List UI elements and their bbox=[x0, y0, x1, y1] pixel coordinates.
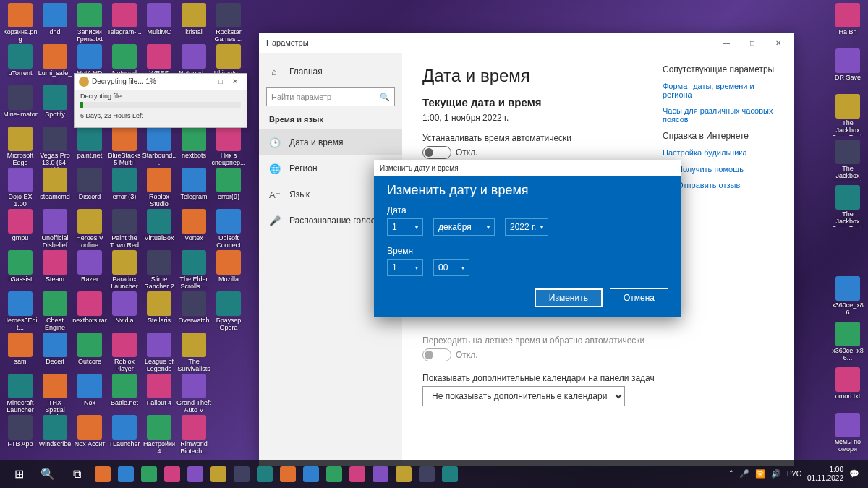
maximize-button[interactable]: □ bbox=[739, 33, 765, 53]
desktop-icon[interactable]: x360ce_x86 bbox=[830, 276, 865, 317]
taskbar-app[interactable] bbox=[91, 460, 114, 488]
desktop-icon[interactable]: Unofficial Disbelief P... bbox=[38, 209, 72, 251]
tray-notifications-icon[interactable]: 💬 bbox=[849, 469, 859, 479]
desktop-icon[interactable]: The Jackbox Party Pack 6 bbox=[830, 140, 865, 181]
desktop-icon[interactable]: Heroes V online bbox=[72, 209, 107, 249]
desktop-icon[interactable]: Deceit bbox=[38, 333, 72, 366]
taskbar-app[interactable] bbox=[346, 460, 369, 488]
desktop-icon[interactable]: kristal bbox=[176, 3, 211, 36]
desktop-icon[interactable]: Spotify bbox=[38, 85, 72, 119]
desktop-icon[interactable]: DR Save bbox=[830, 48, 865, 82]
desktop-icon[interactable]: The Survivalists bbox=[176, 333, 211, 373]
dialog-titlebar[interactable]: Изменить дату и время bbox=[374, 160, 681, 176]
desktop-icon[interactable]: nextbots.rar bbox=[72, 291, 107, 325]
sidebar-datetime[interactable]: 🕒 Дата и время bbox=[259, 129, 402, 155]
desktop-icon[interactable]: Telegram-... bbox=[107, 3, 142, 36]
tray-volume-icon[interactable]: 🔊 bbox=[771, 469, 781, 479]
desktop-icon[interactable]: Windscribe bbox=[38, 415, 72, 448]
taskbar-app[interactable] bbox=[369, 460, 392, 488]
sidebar-search[interactable]: Найти параметр 🔍 bbox=[266, 87, 395, 106]
taskbar-app[interactable] bbox=[253, 460, 276, 488]
close-button[interactable]: ✕ bbox=[765, 33, 791, 53]
taskbar-app[interactable] bbox=[230, 460, 253, 488]
tray-clock[interactable]: 1:00 01.11.2022 bbox=[807, 466, 843, 483]
desktop-icon[interactable]: Outcore bbox=[72, 333, 107, 366]
desktop-icon[interactable]: error (3) bbox=[107, 168, 142, 201]
desktop-icon[interactable]: Razer bbox=[72, 250, 107, 283]
desktop-icon[interactable]: Dojo EX 1.00 bbox=[3, 168, 38, 208]
desktop-icon[interactable]: Battle.net bbox=[107, 374, 142, 407]
desktop-icon[interactable]: Ник в спецопер... bbox=[211, 127, 246, 167]
desktop-icon[interactable]: TLauncher bbox=[107, 415, 142, 448]
desktop-icon[interactable]: THX Spatial Audio bbox=[38, 374, 72, 416]
taskbar-app[interactable] bbox=[392, 460, 415, 488]
desktop-icon[interactable]: Lumi_safe_... bbox=[38, 44, 72, 85]
desktop-icon[interactable]: Slime Rancher 2 bbox=[142, 250, 176, 291]
select-hour[interactable]: 1▾ bbox=[387, 259, 423, 276]
desktop-icon[interactable]: Ultimate... bbox=[211, 44, 246, 77]
taskbar-app[interactable] bbox=[323, 460, 346, 488]
desktop-icon[interactable]: steamcmd bbox=[38, 168, 72, 201]
taskbar-app[interactable] bbox=[114, 460, 137, 488]
task-view-button[interactable]: ⧉ bbox=[62, 460, 91, 488]
button-change[interactable]: Изменить bbox=[535, 288, 603, 307]
close-button[interactable]: ✕ bbox=[228, 74, 242, 90]
desktop-icon[interactable]: WRES bbox=[142, 44, 176, 77]
desktop-icon[interactable]: Mine-imator bbox=[3, 85, 38, 119]
desktop-icon[interactable]: League of Legends bbox=[142, 333, 176, 373]
desktop-icon[interactable]: nextbots bbox=[176, 127, 211, 160]
button-cancel[interactable]: Отмена bbox=[610, 288, 668, 307]
desktop-icon[interactable]: Vegas Pro 13.0 (64-bit) bbox=[38, 127, 72, 168]
desktop-icon[interactable]: sam bbox=[3, 333, 38, 366]
desktop-icon[interactable]: BlueStacks 5 Multi-Inst... bbox=[107, 127, 142, 168]
desktop-icon[interactable]: Roblox Player bbox=[107, 333, 142, 373]
desktop-icon[interactable]: The Jackbox Party Pack 7 bbox=[830, 185, 865, 227]
desktop-icon[interactable]: FTB App bbox=[3, 415, 38, 448]
desktop-icon[interactable]: Rimworld Biotech... bbox=[176, 415, 211, 455]
link-clocks[interactable]: Часы для различных часовых поясов bbox=[663, 106, 778, 124]
desktop-icon[interactable]: omori.txt bbox=[830, 367, 865, 401]
desktop-icon[interactable]: MultiMC bbox=[142, 3, 176, 36]
toggle-auto-time[interactable] bbox=[422, 146, 451, 159]
tray-language[interactable]: РУС bbox=[787, 470, 801, 478]
system-tray[interactable]: ˄ 🎤 🛜 🔊 РУС 1:00 01.11.2022 💬 bbox=[729, 466, 864, 483]
select-minute[interactable]: 00▾ bbox=[433, 259, 469, 276]
select-year[interactable]: 2022 г.▾ bbox=[505, 218, 548, 236]
desktop-icon[interactable]: Vortex bbox=[176, 209, 211, 242]
desktop-icon[interactable]: Браузер Opera bbox=[211, 291, 246, 332]
desktop-icon[interactable]: Paint the Town Red bbox=[107, 209, 142, 249]
desktop-icon[interactable]: Roblox Studio bbox=[142, 168, 176, 208]
desktop-icon[interactable]: Steam bbox=[38, 250, 72, 283]
desktop-icon[interactable]: Nvidia bbox=[107, 291, 142, 325]
minimize-button[interactable]: — bbox=[199, 74, 213, 90]
desktop-icon[interactable]: Настройки 4 bbox=[142, 415, 176, 455]
search-button[interactable]: 🔍 bbox=[33, 460, 62, 488]
desktop-icon[interactable]: Nox bbox=[72, 374, 107, 407]
taskbar-app[interactable] bbox=[438, 460, 461, 488]
taskbar-app[interactable] bbox=[137, 460, 161, 488]
desktop-icon[interactable]: Discord bbox=[72, 168, 107, 201]
desktop-icon[interactable]: VirtualBox bbox=[142, 209, 176, 242]
desktop-icon[interactable]: Telegram bbox=[176, 168, 211, 201]
desktop-icon[interactable]: Cheat Engine bbox=[38, 291, 72, 332]
desktop-icon[interactable]: Notepad... bbox=[176, 44, 211, 77]
desktop-icon[interactable]: Minecraft Launcher bbox=[3, 374, 38, 414]
desktop-icon[interactable]: error(9) bbox=[211, 168, 246, 201]
desktop-icon[interactable]: Heroes3Edit... bbox=[3, 291, 38, 332]
desktop-icon[interactable]: Grand Theft Auto V bbox=[176, 374, 211, 414]
select-day[interactable]: 1▾ bbox=[387, 218, 423, 236]
tray-chevron-icon[interactable]: ˄ bbox=[729, 469, 733, 479]
desktop-icon[interactable]: Starbound... bbox=[142, 127, 176, 167]
taskbar-app[interactable] bbox=[184, 460, 207, 488]
desktop-icon[interactable]: HotA HD bbox=[72, 44, 107, 77]
taskbar-app[interactable] bbox=[207, 460, 230, 488]
taskbar-app[interactable] bbox=[299, 460, 323, 488]
desktop-icon[interactable]: Корзина.png bbox=[3, 3, 38, 43]
settings-titlebar[interactable]: Параметры — □ ✕ bbox=[259, 33, 794, 53]
desktop-icon[interactable]: x360ce_x86... bbox=[830, 322, 865, 362]
minimize-button[interactable]: — bbox=[713, 33, 739, 53]
desktop-icon[interactable]: Fallout 4 bbox=[142, 374, 176, 407]
desktop-icon[interactable]: paint.net bbox=[72, 127, 107, 160]
desktop-icon[interactable]: Ubisoft Connect bbox=[211, 209, 246, 249]
taskbar-app[interactable] bbox=[161, 460, 184, 488]
